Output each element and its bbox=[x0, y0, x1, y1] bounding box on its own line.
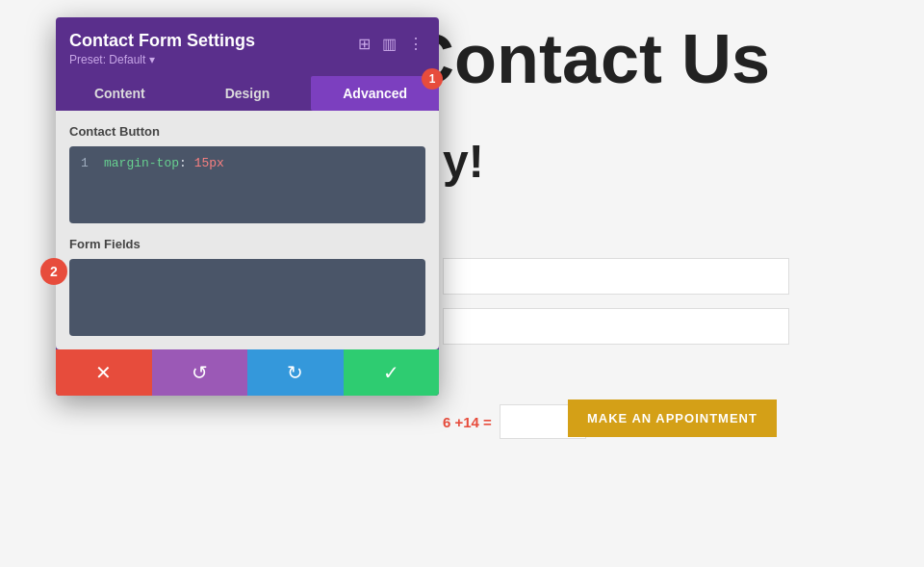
modal-title-area: Contact Form Settings Preset: Default ▾ bbox=[69, 31, 255, 66]
modal-body: Contact Button 1 margin-top: 15px Form F… bbox=[56, 111, 439, 349]
code-line-num: 1 bbox=[81, 156, 94, 214]
cancel-button[interactable]: ✕ bbox=[56, 349, 152, 396]
modal-header: Contact Form Settings Preset: Default ▾ … bbox=[56, 17, 439, 66]
page-title-ke: Contact Us bbox=[404, 20, 770, 97]
section-label-fields: Form Fields bbox=[69, 237, 425, 251]
badge-1: 1 bbox=[422, 68, 443, 90]
modal-toolbar: ✕ ↺ ↻ ✓ bbox=[56, 349, 439, 396]
captcha-text: 6 +14 = bbox=[443, 414, 492, 430]
save-button[interactable]: ✓ bbox=[344, 349, 440, 396]
redo-button[interactable]: ↻ bbox=[247, 349, 344, 396]
modal-tabs: Content Design Advanced 1 bbox=[56, 76, 439, 111]
page-subtitle: y! bbox=[443, 135, 484, 188]
chevron-down-icon: ▾ bbox=[149, 53, 155, 66]
more-icon[interactable]: ⋮ bbox=[406, 33, 425, 55]
appointment-button[interactable]: MAKE AN APPOINTMENT bbox=[568, 399, 777, 437]
settings-modal: Contact Form Settings Preset: Default ▾ … bbox=[56, 17, 439, 396]
preset-label: Preset: Default bbox=[69, 53, 145, 66]
captcha-area: 6 +14 = bbox=[443, 404, 586, 439]
tab-advanced-wrap: Advanced 1 bbox=[311, 76, 439, 111]
tab-advanced[interactable]: Advanced bbox=[311, 76, 439, 111]
section-label-button: Contact Button bbox=[69, 124, 425, 139]
tab-design[interactable]: Design bbox=[184, 76, 312, 111]
tab-content[interactable]: Content bbox=[56, 76, 184, 111]
modal-title: Contact Form Settings bbox=[69, 31, 255, 51]
address-input-1[interactable] bbox=[443, 258, 789, 295]
modal-preset[interactable]: Preset: Default ▾ bbox=[69, 53, 255, 66]
badge-2: 2 bbox=[40, 258, 67, 285]
modal-icons: ⊞ ▥ ⋮ bbox=[356, 33, 425, 55]
address-input-2[interactable] bbox=[443, 308, 789, 345]
code-editor-button[interactable]: 1 margin-top: 15px bbox=[69, 146, 425, 223]
code-colon: : bbox=[179, 156, 194, 170]
expand-icon[interactable]: ⊞ bbox=[356, 33, 372, 55]
code-content: margin-top: 15px bbox=[104, 156, 224, 214]
page-title-contact: Contact Us bbox=[404, 19, 770, 98]
code-value: 15px bbox=[194, 156, 224, 170]
code-prop: margin-top bbox=[104, 156, 179, 170]
undo-button[interactable]: ↺ bbox=[152, 349, 248, 396]
columns-icon[interactable]: ▥ bbox=[380, 33, 398, 55]
code-editor-fields[interactable] bbox=[69, 259, 425, 336]
